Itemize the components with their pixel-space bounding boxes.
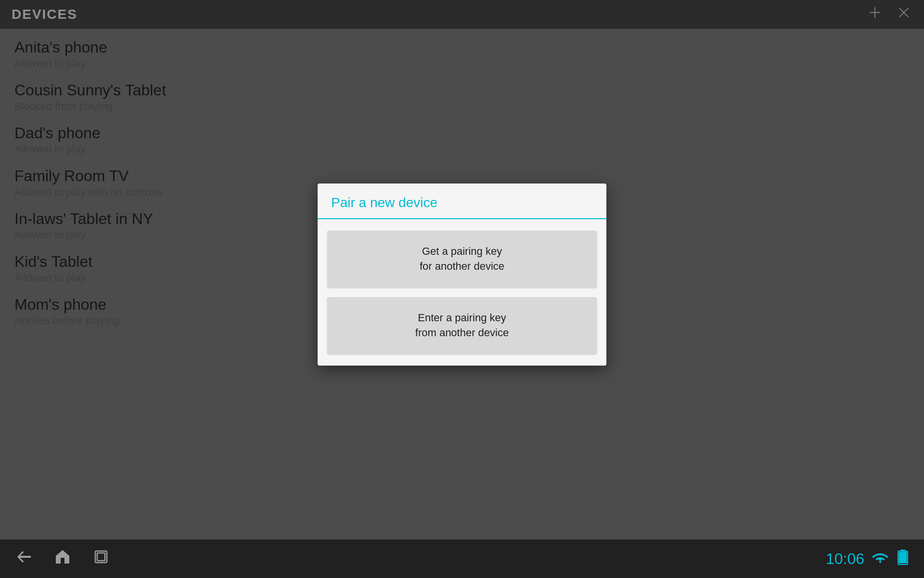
pair-device-dialog: Pair a new device Get a pairing key for … [318,184,606,365]
get-pairing-key-line1: Get a pairing key [422,245,502,257]
enter-pairing-key-line2: from another device [415,327,509,339]
nav-icons [14,547,826,571]
svg-rect-4 [899,552,907,563]
bottom-bar: 10:06 [0,539,924,578]
clock: 10:06 [826,550,864,568]
dialog-title: Pair a new device [331,195,437,210]
recent-apps-icon[interactable] [91,547,111,571]
battery-icon [896,549,910,569]
get-pairing-key-line2: for another device [420,260,504,272]
enter-pairing-key-button[interactable]: Enter a pairing key from another device [327,297,597,354]
wifi-icon [872,551,888,567]
status-bar-right: 10:06 [826,549,910,569]
dialog-header: Pair a new device [318,184,606,219]
dialog-body: Get a pairing key for another device Ent… [318,219,606,365]
enter-pairing-key-line1: Enter a pairing key [418,312,506,324]
svg-rect-1 [97,553,105,561]
dialog-overlay: Pair a new device Get a pairing key for … [0,0,924,549]
get-pairing-key-button[interactable]: Get a pairing key for another device [327,231,597,288]
home-icon[interactable] [53,547,72,571]
svg-rect-3 [900,550,905,552]
back-icon[interactable] [14,547,34,571]
